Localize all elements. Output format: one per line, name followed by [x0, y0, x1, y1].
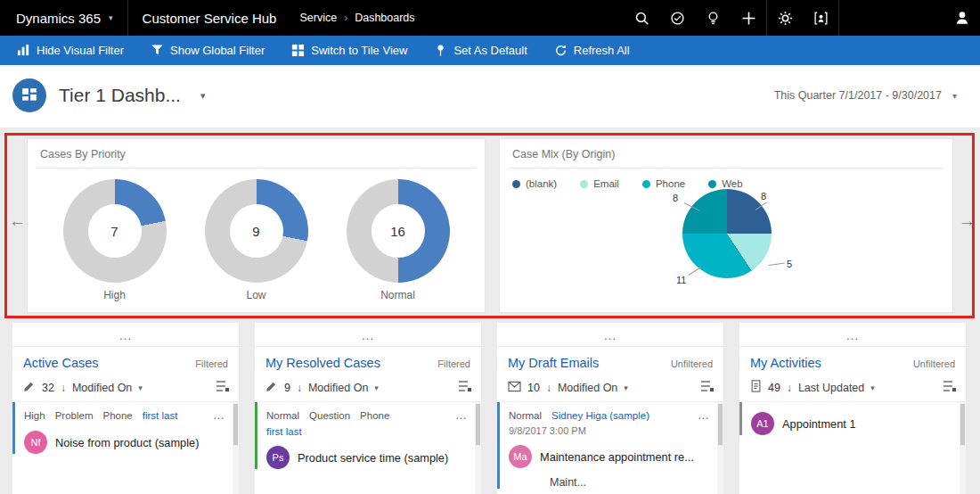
scroll-right-arrow[interactable]: →	[959, 211, 976, 231]
legend-dot	[708, 180, 716, 188]
command-label: Refresh All	[574, 44, 630, 57]
item-menu-button[interactable]: …	[213, 408, 225, 422]
sort-field[interactable]: Last Updated	[798, 382, 864, 394]
sort-direction-icon[interactable]: ↓	[297, 382, 302, 394]
scrollbar[interactable]	[475, 402, 481, 494]
app-name[interactable]: Customer Service Hub	[143, 11, 277, 26]
donut-chart-high[interactable]: 7	[63, 179, 167, 283]
legend-item-email[interactable]: Email	[580, 178, 619, 189]
breadcrumb-area[interactable]: Service	[299, 12, 337, 24]
item-title[interactable]: Product service time (sample)	[298, 451, 448, 465]
settings-gear-icon[interactable]	[767, 0, 803, 36]
sort-direction-icon[interactable]: ↓	[787, 382, 792, 394]
origin-pie[interactable]	[682, 189, 772, 278]
item-menu-button[interactable]: …	[455, 408, 467, 422]
card-menu-button[interactable]: …	[12, 323, 239, 347]
hide-visual-filter-button[interactable]: Hide Visual Filter	[4, 36, 137, 65]
dynamics-brand[interactable]: Dynamics 365 ▾	[16, 11, 113, 26]
item-title[interactable]: Appointment 1	[782, 417, 856, 431]
timeframe-label: This Quarter 7/1/2017 - 9/30/2017	[774, 89, 942, 102]
breadcrumb-page[interactable]: Dashboards	[355, 12, 414, 24]
scroll-left-arrow[interactable]: ←	[9, 211, 26, 231]
donut-value: 16	[390, 224, 405, 239]
item-tag: Phone	[102, 410, 132, 421]
item-tag: Problem	[55, 410, 94, 421]
app-screen: Dynamics 365 ▾ Customer Service Hub Serv…	[0, 0, 980, 494]
filter-state: Filtered	[195, 358, 228, 369]
stream-item[interactable]: Normal Question Phone … first last Ps Pr…	[255, 402, 481, 469]
record-count: 49	[768, 382, 780, 394]
legend-item-phone[interactable]: Phone	[642, 178, 685, 189]
view-selector-icon[interactable]	[700, 380, 715, 395]
item-contact-link[interactable]: first last	[143, 410, 178, 421]
account-person-icon[interactable]	[944, 0, 980, 36]
show-global-filter-button[interactable]: Show Global Filter	[137, 36, 278, 65]
search-icon[interactable]	[624, 0, 659, 36]
scrollbar[interactable]	[717, 402, 723, 494]
sort-field[interactable]: Modified On	[558, 382, 617, 394]
sort-field[interactable]: Modified On	[72, 382, 132, 394]
support-icon[interactable]	[803, 0, 838, 36]
stream-items: A1 Appointment 1	[739, 402, 966, 494]
item-title[interactable]: Noise from product (sample)	[55, 436, 199, 449]
item-menu-button[interactable]: …	[698, 408, 709, 422]
donut-hole: 9	[230, 204, 283, 258]
stream-title[interactable]: My Activities	[750, 356, 821, 370]
donut-value: 7	[110, 224, 118, 239]
chevron-down-icon[interactable]: ▾	[624, 383, 628, 392]
scrollbar-thumb[interactable]	[718, 404, 723, 445]
stream-item[interactable]: A1 Appointment 1	[739, 402, 966, 435]
stream-title[interactable]: My Resolved Cases	[265, 356, 380, 370]
view-selector-icon[interactable]	[216, 380, 230, 395]
scrollbar[interactable]	[960, 402, 966, 494]
scrollbar-thumb[interactable]	[233, 404, 238, 445]
scrollbar-thumb[interactable]	[960, 404, 965, 445]
item-title-partial: Maint...	[550, 476, 716, 489]
donut-chart-normal[interactable]: 16	[347, 179, 450, 283]
card-menu-button[interactable]: …	[255, 323, 481, 347]
view-selector-icon[interactable]	[458, 380, 472, 395]
quick-create-plus-icon[interactable]	[731, 0, 766, 36]
legend-item-web[interactable]: Web	[708, 178, 742, 189]
donut-chart-low[interactable]: 9	[205, 179, 308, 283]
refresh-all-button[interactable]: Refresh All	[541, 36, 643, 65]
funnel-icon	[151, 44, 164, 57]
scrollbar[interactable]	[233, 402, 239, 494]
stream-title[interactable]: My Draft Emails	[508, 356, 599, 370]
page-title: Tier 1 Dashb...	[59, 85, 181, 106]
set-as-default-button[interactable]: Set As Default	[421, 36, 540, 65]
document-icon	[750, 380, 762, 395]
switch-to-tile-view-button[interactable]: Switch to Tile View	[278, 36, 421, 65]
pie-data-label: 11	[676, 275, 686, 285]
sort-direction-icon[interactable]: ↓	[546, 382, 551, 394]
item-tag: High	[24, 410, 45, 421]
scrollbar-thumb[interactable]	[476, 404, 480, 445]
legend-item-blank[interactable]: (blank)	[512, 178, 557, 189]
lightbulb-icon[interactable]	[695, 0, 731, 36]
pencil-icon	[265, 380, 278, 395]
donut-hole: 7	[88, 204, 142, 258]
card-menu-button[interactable]: …	[739, 323, 966, 347]
item-contact-link[interactable]: Sidney Higa (sample)	[551, 410, 649, 421]
chevron-down-icon[interactable]: ▾	[870, 383, 875, 392]
pencil-icon	[23, 380, 36, 395]
dashboard-icon	[12, 78, 46, 112]
item-title[interactable]: Maintenance appointment re...	[540, 450, 694, 464]
donut-hole: 16	[372, 204, 425, 258]
sort-field[interactable]: Modified On	[308, 382, 368, 394]
stream-item[interactable]: Normal Sidney Higa (sample) … 9/8/2017 3…	[497, 402, 723, 489]
envelope-icon	[508, 381, 521, 395]
topbar-spacer	[839, 0, 944, 36]
card-menu-button[interactable]: …	[497, 323, 723, 347]
chevron-down-icon[interactable]: ▾	[138, 383, 143, 392]
stream-item[interactable]: High Problem Phone first last … Nf Noise…	[12, 402, 239, 454]
timeframe-selector[interactable]: This Quarter 7/1/2017 - 9/30/2017 ▾	[774, 89, 957, 102]
stream-title[interactable]: Active Cases	[23, 356, 99, 370]
item-contact-link[interactable]: first last	[266, 426, 302, 437]
item-tag: Phone	[360, 410, 389, 421]
guided-help-icon[interactable]	[659, 0, 695, 36]
dashboard-selector-chevron-icon[interactable]: ▾	[200, 90, 206, 102]
view-selector-icon[interactable]	[943, 380, 957, 395]
chevron-down-icon[interactable]: ▾	[374, 383, 379, 392]
sort-direction-icon[interactable]: ↓	[61, 382, 66, 394]
